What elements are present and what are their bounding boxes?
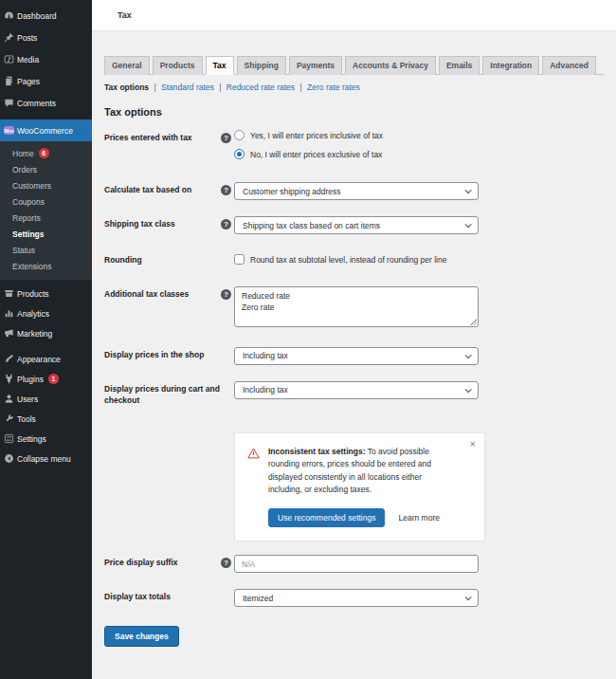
woocommerce-submenu: Home 6 Orders Customers Coupons Reports … — [0, 141, 92, 280]
admin-menu-top: Dashboard Posts Media Pages Comments — [0, 0, 92, 114]
sidebar-item-products[interactable]: Products — [0, 284, 92, 303]
tab-products[interactable]: Products — [153, 56, 203, 75]
field-label: Display tax totals — [104, 589, 221, 603]
radio-selected-icon[interactable] — [234, 149, 245, 159]
sidebar-item-label: Analytics — [17, 309, 49, 319]
admin-content: Tax General Products Tax Shipping Paymen… — [92, 0, 616, 679]
sidebar-item-collapse-menu[interactable]: Collapse menu — [0, 449, 92, 468]
field-label: Price display suffix — [104, 555, 221, 569]
sidebar-item-label: Dashboard — [17, 11, 57, 21]
products-icon — [4, 288, 14, 299]
help-icon[interactable] — [221, 133, 231, 143]
radio-option-prices-exclusive[interactable]: No, I will enter prices exclusive of tax — [234, 149, 479, 159]
submenu-item-settings[interactable]: Settings — [0, 226, 92, 242]
subnav-zero-rate-rates[interactable]: Zero rate rates — [307, 83, 360, 92]
submenu-label: Orders — [12, 165, 37, 174]
display-tax-totals-select[interactable]: Itemized — [234, 589, 479, 607]
form-row-price-display-suffix: Price display suffix — [104, 555, 604, 573]
tab-accounts-privacy[interactable]: Accounts & Privacy — [345, 56, 436, 75]
tab-payments[interactable]: Payments — [289, 56, 342, 75]
help-icon[interactable] — [221, 558, 231, 568]
tab-advanced[interactable]: Advanced — [542, 56, 596, 75]
rounding-checkbox-option[interactable]: Round tax at subtotal level, instead of … — [234, 252, 479, 265]
sidebar-item-plugins[interactable]: Plugins 1 — [0, 369, 92, 389]
learn-more-link[interactable]: Learn more — [398, 513, 439, 523]
display-prices-shop-select[interactable]: Including tax — [234, 347, 479, 365]
form-row-display-tax-totals: Display tax totals Itemized — [104, 589, 604, 607]
sidebar-item-label: Posts — [17, 33, 37, 43]
sidebar-item-tools[interactable]: Tools — [0, 409, 92, 429]
admin-menu-bottom: Products Analytics Marketing — [0, 280, 92, 343]
settings-tabs: General Products Tax Shipping Payments A… — [104, 56, 604, 75]
notification-badge: 6 — [39, 148, 49, 158]
tab-general[interactable]: General — [104, 56, 150, 75]
sidebar-item-settings[interactable]: Settings — [0, 429, 92, 449]
select-value: Shipping tax class based on cart items — [243, 221, 380, 230]
sidebar-item-media[interactable]: Media — [0, 48, 92, 70]
sidebar-item-marketing[interactable]: Marketing — [0, 323, 92, 343]
radio-option-prices-inclusive[interactable]: Yes, I will enter prices inclusive of ta… — [234, 130, 479, 140]
woo-logo: Woo — [4, 126, 14, 135]
submenu-label: Extensions — [12, 262, 52, 271]
close-icon[interactable]: × — [470, 439, 476, 450]
sidebar-item-comments[interactable]: Comments — [0, 92, 92, 114]
submenu-label: Home — [12, 149, 34, 158]
price-display-suffix-input[interactable] — [234, 555, 479, 573]
update-badge: 1 — [48, 374, 59, 384]
sidebar-item-label: Comments — [17, 99, 56, 108]
notice-title: Inconsistent tax settings: — [268, 447, 366, 456]
help-icon[interactable] — [221, 185, 231, 195]
form-row-shipping-tax-class: Shipping tax class Shipping tax class ba… — [104, 216, 604, 234]
tax-options-form: Prices entered with tax Yes, I will ente… — [104, 130, 604, 647]
checkbox-unchecked-icon[interactable] — [234, 254, 245, 265]
submenu-item-orders[interactable]: Orders — [0, 161, 92, 177]
subnav-separator: | — [154, 83, 155, 92]
use-recommended-settings-button[interactable]: Use recommended settings — [268, 508, 385, 527]
shipping-tax-class-select[interactable]: Shipping tax class based on cart items — [234, 216, 479, 234]
field-label: Shipping tax class — [104, 216, 221, 230]
submenu-item-home[interactable]: Home 6 — [0, 145, 92, 161]
subnav-standard-rates[interactable]: Standard rates — [161, 83, 214, 92]
sidebar-item-users[interactable]: Users — [0, 389, 92, 409]
subnav-tax-options: Tax options — [104, 83, 149, 92]
sidebar-item-appearance[interactable]: Appearance — [0, 349, 92, 369]
additional-tax-classes-textarea[interactable]: Reduced rate Zero rate — [234, 286, 479, 327]
save-changes-button[interactable]: Save changes — [104, 626, 179, 647]
chevron-down-icon — [465, 594, 472, 600]
subnav-reduced-rate-rates[interactable]: Reduced rate rates — [226, 83, 295, 92]
sidebar-item-woocommerce[interactable]: Woo WooCommerce — [0, 119, 92, 141]
tab-shipping[interactable]: Shipping — [237, 56, 286, 75]
pages-icon — [4, 76, 14, 86]
help-icon[interactable] — [221, 219, 231, 229]
plugins-icon — [4, 374, 14, 384]
sidebar-item-analytics[interactable]: Analytics — [0, 303, 92, 323]
comments-icon — [4, 98, 14, 108]
sidebar-item-label: Products — [17, 289, 49, 299]
submenu-item-reports[interactable]: Reports — [0, 210, 92, 226]
sidebar-item-label: Tools — [17, 414, 36, 424]
field-label: Rounding — [104, 252, 221, 266]
submenu-item-status[interactable]: Status — [0, 242, 92, 258]
notice-text: Inconsistent tax settings: To avoid poss… — [268, 446, 456, 497]
tools-icon — [4, 413, 14, 424]
display-prices-cart-select[interactable]: Including tax — [234, 381, 479, 399]
field-label: Calculate tax based on — [104, 182, 221, 196]
warning-triangle-icon — [246, 447, 261, 460]
analytics-icon — [4, 308, 14, 319]
submenu-item-extensions[interactable]: Extensions — [0, 258, 92, 274]
sidebar-item-dashboard[interactable]: Dashboard — [0, 5, 92, 27]
sidebar-item-pages[interactable]: Pages — [0, 70, 92, 92]
sidebar-item-posts[interactable]: Posts — [0, 27, 92, 48]
select-value: Including tax — [243, 351, 288, 360]
submenu-label: Status — [12, 246, 35, 255]
tab-tax[interactable]: Tax — [206, 56, 234, 75]
submenu-item-coupons[interactable]: Coupons — [0, 193, 92, 210]
form-row-display-prices-cart: Display prices during cart and checkout … — [104, 381, 604, 407]
help-icon[interactable] — [221, 289, 231, 300]
radio-unselected-icon[interactable] — [234, 130, 245, 140]
form-row-prices-entered-with-tax: Prices entered with tax Yes, I will ente… — [104, 130, 604, 159]
tab-integration[interactable]: Integration — [482, 56, 539, 75]
submenu-item-customers[interactable]: Customers — [0, 177, 92, 193]
calculate-tax-select[interactable]: Customer shipping address — [234, 182, 479, 200]
tab-emails[interactable]: Emails — [439, 56, 480, 75]
